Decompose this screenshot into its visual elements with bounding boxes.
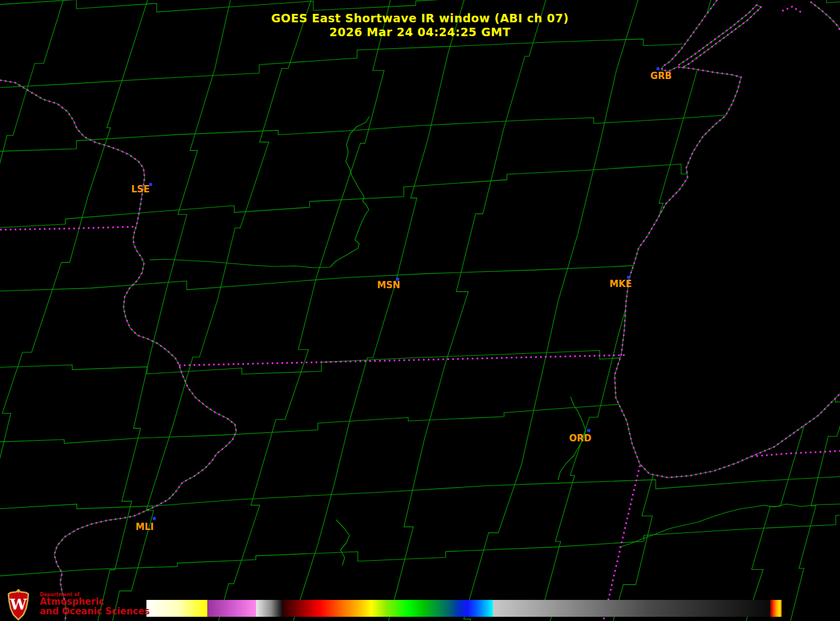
ia-mn-border-dots (0, 227, 134, 230)
county-line (0, 0, 151, 621)
county-line (284, 0, 466, 621)
image-title: GOES East Shortwave IR window (ABI ch 07… (0, 11, 840, 39)
in-mi-border-dots (751, 451, 840, 456)
county-boundary-lines (0, 0, 840, 621)
station-label-MSN: MSN (377, 280, 400, 291)
map-canvas: LSEGRBMSNMKEORDMLI (0, 0, 840, 621)
county-line (0, 249, 840, 292)
station-dot-ORD (588, 429, 591, 432)
county-line (201, 0, 393, 621)
small-river-line (336, 520, 349, 566)
mississippi-river-border-dots (0, 80, 236, 621)
svg-text:W: W (10, 596, 28, 613)
station-label-MLI: MLI (136, 522, 154, 532)
satellite-image-viewer: LSEGRBMSNMKEORDMLI GOES East Shortwave I… (0, 0, 840, 621)
county-line (0, 389, 840, 443)
title-line1: GOES East Shortwave IR window (ABI ch 07… (0, 11, 840, 25)
lake-michigan-shore-line (615, 0, 840, 478)
station-label-ORD: ORD (569, 433, 592, 444)
rivers-and-shorelines (0, 0, 840, 621)
county-line (0, 102, 840, 152)
station-label-LSE: LSE (131, 184, 150, 195)
county-line (0, 0, 840, 12)
county-line (0, 338, 840, 374)
county-line (519, 0, 713, 621)
station-label-MKE: MKE (610, 279, 632, 289)
state-borders-dotted (0, 0, 840, 621)
station-dot-MLI (153, 517, 156, 520)
county-line (451, 0, 641, 621)
lake-michigan-shore-dots (615, 0, 840, 478)
county-line (0, 503, 840, 577)
wi-il-border-dots (179, 355, 625, 365)
county-line (375, 0, 548, 621)
logo-name-line2: and Oceanic Sciences (40, 607, 149, 617)
uw-aos-logo: W Department of Atmospheric and Oceanic … (2, 589, 149, 620)
county-line (84, 0, 233, 621)
mississippi-river-border-line (0, 80, 236, 621)
station-label-GRB: GRB (650, 71, 671, 81)
wisconsin-river-line (149, 116, 369, 268)
county-line (0, 36, 840, 88)
station-markers: LSEGRBMSNMKEORDMLI (131, 68, 672, 533)
uw-crest-icon: W (2, 589, 35, 620)
station-dot-GRB (657, 68, 660, 71)
county-line (740, 0, 840, 621)
title-line2: 2026 Mar 24 04:24:25 GMT (0, 25, 840, 39)
county-line (0, 472, 840, 509)
colorbar (146, 600, 782, 617)
